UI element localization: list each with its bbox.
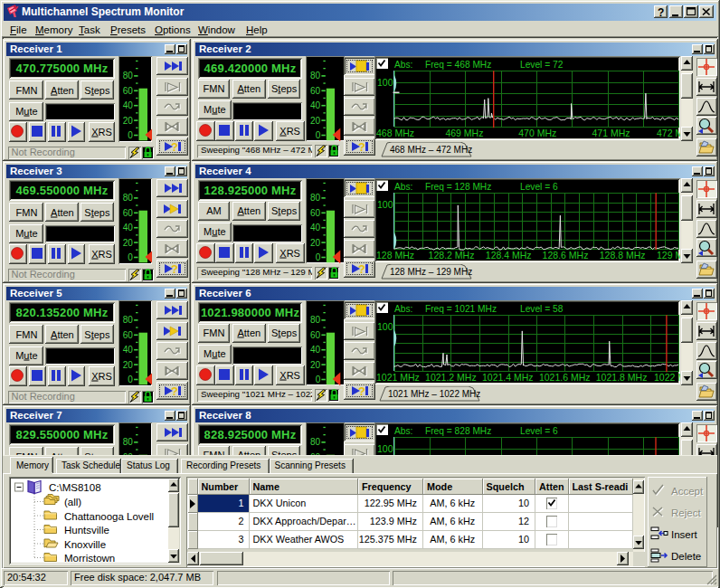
svg-text:Chattanooga Lovell: Chattanooga Lovell <box>64 511 154 522</box>
svg-text:470 MHz: 470 MHz <box>518 128 556 138</box>
svg-text:469 MHz: 469 MHz <box>445 128 483 138</box>
svg-text:Abs:: Abs: <box>394 304 412 314</box>
svg-text:100: 100 <box>377 321 393 332</box>
svg-text:20: 20 <box>310 116 321 126</box>
svg-text:1022 MHz: 1022 MHz <box>654 372 680 383</box>
svg-text:20: 20 <box>123 116 134 126</box>
svg-text:60: 60 <box>310 208 321 218</box>
svg-text:Huntsville: Huntsville <box>64 525 109 536</box>
svg-text:Morristown: Morristown <box>64 553 115 563</box>
svg-text:128 MHz: 128 MHz <box>376 250 414 261</box>
svg-text:468 MHz – 472 MHz: 468 MHz – 472 MHz <box>390 145 472 155</box>
svg-text:0: 0 <box>316 375 321 384</box>
svg-text:0: 0 <box>128 252 133 262</box>
svg-text:Freq = 468 MHz: Freq = 468 MHz <box>425 60 491 70</box>
svg-text:1021 MHz: 1021 MHz <box>376 372 420 383</box>
svg-text:80: 80 <box>310 71 321 81</box>
svg-text:128.2 MHz: 128.2 MHz <box>429 250 475 261</box>
svg-text:100: 100 <box>377 77 393 88</box>
svg-text:(all): (all) <box>64 497 81 507</box>
svg-text:?: ? <box>658 6 664 19</box>
svg-text:80: 80 <box>310 193 321 203</box>
svg-text:0: 0 <box>316 130 321 140</box>
svg-text:Freq = 1021 MHz: Freq = 1021 MHz <box>425 304 497 314</box>
svg-text:0: 0 <box>128 375 133 384</box>
svg-text:20: 20 <box>123 238 134 248</box>
svg-text:468 MHz: 468 MHz <box>376 128 414 138</box>
svg-text:1021.2 MHz: 1021.2 MHz <box>425 372 477 383</box>
svg-text:128.8 MHz: 128.8 MHz <box>600 250 646 261</box>
svg-text:129 MHz: 129 MHz <box>657 250 680 261</box>
svg-text:Abs:: Abs: <box>394 182 412 192</box>
svg-text:40: 40 <box>310 345 321 355</box>
svg-text:Abs:: Abs: <box>394 426 412 436</box>
svg-text:0: 0 <box>128 130 133 140</box>
svg-text:1021 MHz – 1022 MHz: 1021 MHz – 1022 MHz <box>388 389 480 399</box>
svg-text:128 MHz – 129 MHz: 128 MHz – 129 MHz <box>390 267 472 277</box>
svg-text:40: 40 <box>310 223 321 232</box>
svg-text:Level = 6: Level = 6 <box>520 426 558 436</box>
svg-text:20: 20 <box>310 238 321 248</box>
svg-text:100: 100 <box>377 443 393 454</box>
svg-text:60: 60 <box>310 86 321 96</box>
svg-text:Freq = 828 MHz: Freq = 828 MHz <box>425 426 491 436</box>
svg-text:20: 20 <box>310 360 321 370</box>
svg-text:80: 80 <box>123 315 134 325</box>
svg-text:1021.4 MHz: 1021.4 MHz <box>482 372 534 383</box>
svg-text:100: 100 <box>377 199 393 210</box>
svg-text:80: 80 <box>123 71 134 81</box>
svg-text:80: 80 <box>123 437 134 447</box>
svg-text:Abs:: Abs: <box>394 60 412 70</box>
svg-text:Level = 58: Level = 58 <box>520 304 564 314</box>
svg-text:Knoxville: Knoxville <box>64 539 106 550</box>
svg-text:128.4 MHz: 128.4 MHz <box>486 250 532 261</box>
svg-text:1021.6 MHz: 1021.6 MHz <box>539 372 591 383</box>
svg-text:60: 60 <box>123 330 134 340</box>
svg-text:60: 60 <box>123 86 134 96</box>
svg-text:Freq = 128 MHz: Freq = 128 MHz <box>425 182 491 192</box>
svg-text:128.6 MHz: 128.6 MHz <box>543 250 589 261</box>
svg-text:1021.8 MHz: 1021.8 MHz <box>596 372 648 383</box>
svg-text:Level = 6: Level = 6 <box>520 182 558 192</box>
svg-text:40: 40 <box>310 100 321 110</box>
svg-text:40: 40 <box>123 345 134 355</box>
svg-text:80: 80 <box>123 193 134 203</box>
svg-text:40: 40 <box>123 100 134 110</box>
svg-text:0: 0 <box>316 252 321 262</box>
svg-text:80: 80 <box>310 437 321 447</box>
svg-text:40: 40 <box>123 223 134 232</box>
svg-text:60: 60 <box>123 208 134 218</box>
svg-text:471 MHz: 471 MHz <box>592 128 630 138</box>
svg-text:472 MHz: 472 MHz <box>657 128 680 138</box>
svg-text:C:\MS8108: C:\MS8108 <box>49 482 101 493</box>
svg-text:Level = 72: Level = 72 <box>520 60 564 70</box>
svg-text:60: 60 <box>310 330 321 340</box>
svg-text:20: 20 <box>123 360 134 370</box>
svg-text:80: 80 <box>310 315 321 325</box>
